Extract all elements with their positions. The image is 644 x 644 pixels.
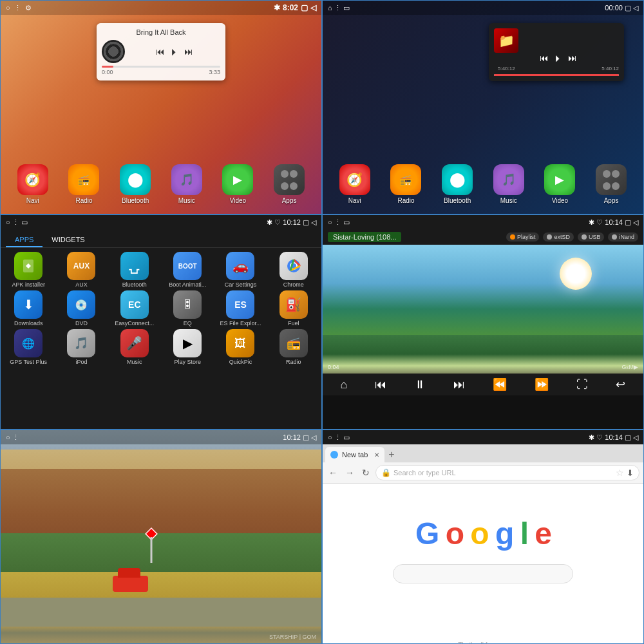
drawer-app-playstore[interactable]: ▶ Play Store	[162, 329, 213, 365]
play-button[interactable]: ⏵	[170, 46, 179, 57]
drawer-app-car[interactable]: 🚗 Car Settings	[215, 252, 265, 288]
bookmark-icon[interactable]: ☆	[616, 468, 624, 478]
video-thumbnail: GεM▶ 0:04	[323, 245, 643, 374]
drawer-app-music[interactable]: 🎤 Music	[109, 329, 160, 365]
chrome-tab-new[interactable]: New tab ✕	[325, 447, 384, 462]
status-right-2: 00:00 ▢ ◁	[605, 4, 638, 12]
boot-icon: BOOT	[173, 252, 202, 280]
refresh-nav-btn[interactable]: ↻	[360, 466, 372, 479]
car-label: Car Settings	[225, 281, 257, 288]
apps-label: Apps	[282, 197, 297, 204]
status-bar-6: ○ ⋮ ▭ ✱ ♡ 10:14 ▢ ◁	[323, 430, 643, 444]
video-sun	[560, 258, 592, 290]
app-icon-radio[interactable]: 📻 Radio	[68, 164, 99, 204]
playlist-btn[interactable]: Playlist	[506, 232, 540, 242]
es-icon: ES	[226, 290, 254, 319]
drawer-app-chrome[interactable]: Chrome	[269, 252, 319, 288]
app-icon-apps[interactable]: Apps	[274, 164, 305, 204]
fuel-label: Fuel	[288, 320, 299, 327]
chrome-tab-close[interactable]: ✕	[374, 451, 379, 459]
prev-button[interactable]: ⏮	[156, 46, 165, 57]
drawer-app-easyconnect[interactable]: EC EasyConnect...	[109, 290, 160, 327]
back-icon: ◁	[310, 3, 316, 12]
drawer-app-eq[interactable]: 🎛 EQ	[162, 290, 213, 327]
window-icon-4: ▢	[625, 218, 631, 226]
next-vc-btn[interactable]: ⏭	[453, 378, 465, 392]
drawer-app-aux[interactable]: AUX AUX	[56, 252, 106, 288]
app-icon-video[interactable]: ▶ Video	[222, 164, 253, 204]
drawer-app-boot[interactable]: BOOT Boot Animati...	[162, 252, 213, 288]
app-icon-bluetooth[interactable]: ⬤ Bluetooth	[120, 164, 151, 204]
drawer-app-bluetooth[interactable]: ⍽ Bluetooth	[109, 252, 160, 288]
progress-section: 0:00 3:33	[102, 66, 220, 75]
chrome-new-tab-btn[interactable]: +	[384, 449, 398, 460]
rew-vc-btn[interactable]: ⏪	[493, 377, 507, 392]
panel-chrome: ○ ⋮ ▭ ✱ ♡ 10:14 ▢ ◁ New tab ✕ + ← → ↻	[322, 430, 644, 644]
inand-btn[interactable]: iNand	[608, 232, 638, 242]
address-bar[interactable]: 🔒 Search or type URL ☆ ⬇	[375, 465, 639, 480]
radio-label: Radio	[75, 197, 92, 204]
drawer-app-ipod[interactable]: 🎵 iPod	[56, 329, 106, 365]
road-photo: STARSHIP | GOM	[1, 430, 321, 643]
player-controls: ⏮ ⏵ ⏭	[129, 46, 220, 57]
drawer-app-downloads[interactable]: ⬇ Downloads	[3, 290, 53, 327]
ff-vc-btn[interactable]: ⏩	[535, 377, 549, 392]
back-icon-2: ◁	[633, 4, 638, 12]
navi-label: Navi	[26, 197, 39, 204]
next-button-2[interactable]: ⏭	[568, 53, 577, 63]
next-button[interactable]: ⏭	[184, 46, 193, 57]
status-time-4: 10:14	[605, 218, 623, 226]
drawer-app-radio[interactable]: 📻 Radio	[269, 329, 319, 365]
window-icon-5: ▢	[303, 433, 309, 441]
video-label-2: Video	[552, 197, 568, 204]
prev-button-2[interactable]: ⏮	[540, 53, 549, 63]
app-icon-radio-2[interactable]: 📻 Radio	[390, 164, 421, 204]
app-icon-bluetooth-2[interactable]: ⬤ Bluetooth	[442, 164, 473, 204]
app-icon-apps-2[interactable]: Apps	[596, 164, 627, 204]
g-letter-1: G	[415, 516, 438, 551]
home-vc-btn[interactable]: ⌂	[341, 378, 348, 392]
chrome-icon	[279, 252, 308, 280]
drawer-app-gps[interactable]: 🌐 GPS Test Plus	[3, 329, 53, 365]
panel-video-player: ○ ⋮ ▭ ✱ ♡ 10:14 ▢ ◁ Sistar-Loving (108..…	[322, 214, 644, 430]
app-icon-navi[interactable]: 🧭 Navi	[17, 164, 48, 204]
pause-vc-btn[interactable]: ⏸	[414, 378, 426, 392]
prev-vc-btn[interactable]: ⏮	[375, 378, 386, 392]
drawer-app-fuel[interactable]: ⛽ Fuel	[269, 290, 319, 327]
forward-nav-btn[interactable]: →	[343, 466, 356, 479]
chrome-tab-label: New tab	[342, 451, 368, 459]
dots-icon-3: ⋮	[12, 218, 19, 226]
video-icon-2: ▶	[544, 164, 575, 195]
monitor-icon-3: ▭	[21, 218, 28, 226]
drawer-app-quickpic[interactable]: 🖼 QuickPic	[215, 329, 265, 365]
status-time-1: 8:02	[283, 3, 298, 12]
app-icon-navi-2[interactable]: 🧭 Navi	[339, 164, 370, 204]
time-total: 3:33	[209, 69, 220, 75]
drawer-app-dvd[interactable]: 💿 DVD	[56, 290, 106, 327]
app-icons-row-2: 🧭 Navi 📻 Radio ⬤ Bluetooth 🎵 Music ▶ Vid…	[323, 164, 643, 204]
drawer-app-es[interactable]: ES ES File Explor...	[215, 290, 265, 327]
status-bar-2: ⌂ ⋮ ▭ 00:00 ▢ ◁	[323, 1, 643, 15]
app-icon-music[interactable]: 🎵 Music	[171, 164, 202, 204]
fullscreen-vc-btn[interactable]: ⛶	[576, 378, 588, 392]
google-search-box[interactable]	[393, 564, 573, 583]
play-button-2[interactable]: ⏵	[554, 53, 563, 63]
dots-icon-4: ⋮	[334, 218, 341, 226]
panel-road-photo: ○ ⋮ 10:12 ▢ ◁ STARSHIP | GOM	[0, 430, 322, 644]
main-grid: ○ ⋮ ⚙ ✱ 8:02 ▢ ◁ Bring It All Back ⏮ ⏵ ⏭	[0, 0, 644, 644]
back-nav-btn[interactable]: ←	[327, 466, 339, 479]
tab-widgets[interactable]: WIDGETS	[43, 233, 93, 247]
extsd-label: extSD	[554, 234, 570, 240]
tab-apps[interactable]: APPS	[6, 233, 43, 247]
app-icon-video-2[interactable]: ▶ Video	[544, 164, 575, 204]
extsd-btn[interactable]: extSD	[543, 232, 574, 242]
download-nav-icon[interactable]: ⬇	[627, 468, 634, 478]
status-right-6: ✱ ♡ 10:14 ▢ ◁	[589, 433, 638, 442]
easyconnect-icon: EC	[120, 290, 149, 319]
repeat-vc-btn[interactable]: ↩	[616, 377, 625, 392]
usb-btn[interactable]: USB	[578, 232, 605, 242]
playstore-icon: ▶	[173, 329, 202, 357]
drawer-app-apk[interactable]: APK installer	[3, 252, 53, 288]
g-letter-6: e	[535, 516, 551, 551]
app-icon-music-2[interactable]: 🎵 Music	[493, 164, 524, 204]
